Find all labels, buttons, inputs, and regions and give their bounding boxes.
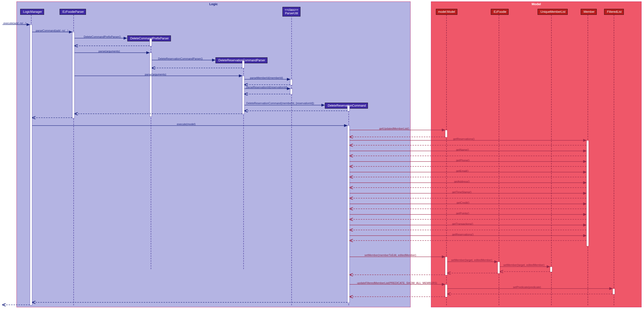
msg-set-predicate: setPredicate(predicate) [513, 286, 541, 288]
activation-logic-manager [30, 24, 32, 305]
msg-get-credit: getCredit() [456, 201, 470, 204]
participant-parser-util-stereo: <<class>> [285, 8, 298, 12]
participant-unique-member-list: :UniqueMemberList [538, 9, 568, 15]
activation-ezfoodie-parser [72, 32, 74, 118]
activation-unique-member-list [550, 267, 552, 272]
activation-model-3 [445, 284, 448, 297]
msg-get-reservations1: getReservations() [453, 138, 474, 140]
activation-delete-res-cmd-1 [347, 106, 350, 111]
participant-delete-cmd-prefix-parser: :DeleteCommandPrefixParser [127, 36, 171, 41]
msg-get-phone: getPhone() [456, 159, 470, 162]
participant-delete-res-cmd: :DeleteReservationCommand [325, 103, 368, 108]
participant-ezfoodie-parser: :EzFoodieParser [60, 9, 86, 15]
activation-delete-res-cmd-parser-1 [242, 60, 244, 68]
activation-filtered-list [612, 288, 615, 294]
msg-set-member3: setMember(target, editedMember) [504, 264, 544, 266]
participant-logic-manager: :LogicManager [20, 9, 44, 15]
activation-delete-res-cmd-2 [347, 126, 350, 303]
msg-update-filtered-member-list: updateFilteredMemberList(PREDICATE_SHOW_… [357, 282, 437, 284]
activation-model-1 [445, 130, 448, 138]
msg-get-points: getPoints() [456, 212, 469, 215]
msg-get-transactions: getTransactions() [452, 222, 473, 225]
activation-ezfoodie [498, 262, 500, 274]
msg-parse-args1: parse(arguments) [98, 50, 120, 53]
msg-set-member1: setMember(memberToEdit, editedMember) [364, 254, 416, 256]
lifeline-filtered-list [614, 15, 614, 305]
msg-get-timestamp: getTimeStamp() [452, 190, 471, 194]
activation-model-2 [445, 257, 448, 275]
participant-member: :Member [581, 9, 597, 15]
msg-parse-reservation-id: parseReservationId(reservationId) [246, 86, 287, 89]
msg-execute1: execute(add -rs/...) [4, 22, 26, 24]
msg-set-member2: setMember(target, editedMember) [451, 258, 492, 262]
msg-get-address: getAddress() [454, 180, 470, 183]
activation-parser-util-1 [290, 79, 292, 85]
activation-parser-util-2 [290, 89, 292, 94]
msg-get-updated-member-list: getUpdatedMemberList() [379, 127, 409, 130]
msg-parse-command: parseCommand(add -rs/...) [36, 29, 68, 32]
msg-parse-args2: parse(arguments) [145, 73, 166, 76]
frame-model-title: Model [532, 2, 541, 6]
participant-delete-res-cmd-parser: :DeleteReservationCommandParser [216, 57, 268, 63]
msg-parse-member-id: parseMemberId(memberId) [250, 76, 283, 79]
sequence-diagram: Logic Model :LogicManager :EzFoodieParse… [0, 0, 644, 309]
msg-delete-res-cmd: DeleteReservationCommand(memberId, {rese… [246, 102, 314, 105]
msg-get-reservations2: getReservations() [452, 233, 474, 236]
lifeline-parser-util [291, 16, 292, 305]
frame-logic-title: Logic [209, 2, 218, 6]
msg-execute-model: execute(model) [177, 122, 196, 126]
frame-logic: Logic [16, 2, 410, 307]
activation-member [586, 140, 589, 246]
msg-delete-cmd-prefix-parser: DeleteCommandPrefixParser() [84, 35, 121, 38]
activation-delete-res-cmd-parser-2 [242, 76, 244, 114]
participant-model: model:Model [436, 9, 457, 15]
msg-get-name: getName() [456, 148, 469, 151]
activation-delete-cmd-prefix-parser-1 [150, 38, 152, 46]
participant-parser-util: <<class>> ParserUtil [282, 7, 300, 16]
participant-filtered-list: :FilteredList [604, 9, 624, 15]
participant-ezfoodie: :EzFoodie [491, 9, 508, 15]
msg-get-email: getEmail() [456, 170, 468, 172]
participant-parser-util-name: ParserUtil [285, 12, 298, 15]
lifeline-unique-member-list [551, 15, 552, 305]
msg-delete-res-cmd-parser: DeleteReservationCommandParser() [158, 57, 203, 60]
activation-delete-cmd-prefix-parser-2 [150, 53, 152, 117]
